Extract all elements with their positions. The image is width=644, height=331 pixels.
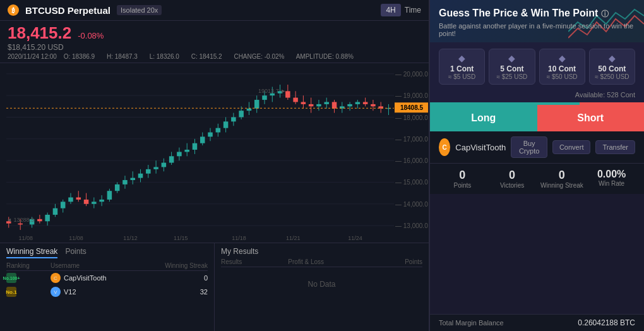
- chart-area: [0, 63, 429, 243]
- rank-icon-1: No.100+: [6, 273, 16, 283]
- isolated-badge: Isolated 20x: [117, 5, 162, 15]
- leaderboard-header: Ranking Username Winning Streak: [6, 261, 208, 271]
- stat-win-rate: 0.00% Win Rate: [588, 169, 635, 189]
- bet-option-4[interactable]: ◆ 50 Cont ≈ $250 USD: [589, 49, 635, 85]
- bottom-section: Winning Streak Points Ranking Username W…: [0, 243, 429, 331]
- left-panel: ₿ BTCUSD Perpetual Isolated 20x 4H Time …: [0, 0, 429, 331]
- streak-1: 0: [157, 274, 208, 282]
- info-icon[interactable]: ⓘ: [601, 9, 609, 18]
- buy-crypto-button[interactable]: Buy Crypto: [511, 136, 547, 158]
- margin-bar: Total Margin Balance 0.26042188 BTC: [430, 314, 644, 331]
- leaderboard-tabs: Winning Streak Points: [6, 247, 208, 258]
- stat-points: 0 Points: [439, 169, 486, 189]
- username-2: V12: [64, 288, 76, 296]
- bet-usd-4: ≈ $250 USD: [593, 73, 631, 80]
- bet-amount-2: 5 Cont: [493, 64, 530, 73]
- diamond-icon-3: ◆: [544, 53, 581, 63]
- my-results-title: My Results: [221, 247, 422, 256]
- game-subtitle: Battle against another player in a five-…: [439, 22, 635, 37]
- stat-victories: 0 Victories: [489, 169, 536, 189]
- col-results: Results: [221, 258, 288, 265]
- rank-2: No.1: [6, 287, 51, 297]
- ohlc-close: C: 18415.2: [191, 53, 227, 60]
- points-value: 0: [439, 169, 486, 182]
- victories-label: Victories: [489, 182, 536, 189]
- game-header: Guess The Price & Win The Point ⓘ Battle…: [430, 0, 644, 42]
- avatar-1: C: [51, 273, 61, 283]
- available-cont: Available: 528 Cont: [430, 91, 644, 102]
- bet-options: ◆ 1 Cont ≈ $5 USD ◆ 5 Cont ≈ $25 USD ◆ 1…: [430, 42, 644, 91]
- streak-2: 32: [157, 288, 208, 296]
- col-streak: Winning Streak: [157, 262, 208, 269]
- leaderboard-row-2: No.1 V V12 32: [6, 285, 208, 299]
- price-value: 18,415.2: [8, 23, 71, 43]
- avatar-2: V: [51, 287, 61, 297]
- bet-option-2[interactable]: ◆ 5 Cont ≈ $25 USD: [489, 49, 535, 85]
- ohlc-bar: 2020/11/24 12:00 O: 18386.9 H: 18487.3 L…: [8, 53, 421, 60]
- right-panel: Guess The Price & Win The Point ⓘ Battle…: [429, 0, 644, 331]
- price-usd: $18,415.20 USD: [8, 43, 421, 52]
- game-title: Guess The Price & Win The Point ⓘ: [439, 8, 635, 20]
- bet-amount-1: 1 Cont: [443, 64, 480, 73]
- ohlc-high: H: 18487.3: [107, 53, 143, 60]
- col-pnl: Profit & Loss: [288, 258, 355, 265]
- margin-label: Total Margin Balance: [439, 319, 504, 327]
- user-1: C CapVisitTooth: [51, 273, 157, 283]
- my-results: My Results Results Profit & Loss Points …: [214, 243, 429, 331]
- diamond-icon-2: ◆: [493, 53, 530, 63]
- no-data-label: No Data: [221, 280, 422, 289]
- bet-option-1[interactable]: ◆ 1 Cont ≈ $5 USD: [439, 49, 485, 85]
- bet-usd-3: ≈ $50 USD: [544, 73, 581, 80]
- stats-row: 0 Points 0 Victories 0 Winning Streak 0.…: [430, 164, 644, 194]
- diamond-icon-4: ◆: [593, 53, 631, 63]
- username-1: CapVisitTooth: [64, 274, 107, 282]
- bet-usd-2: ≈ $25 USD: [493, 73, 530, 80]
- diamond-icon-1: ◆: [443, 53, 480, 63]
- ohlc-low: L: 18326.0: [150, 53, 184, 60]
- col-username: Username: [51, 262, 157, 269]
- bet-option-3[interactable]: ◆ 10 Cont ≈ $50 USD: [539, 49, 585, 85]
- victories-value: 0: [489, 169, 536, 182]
- price-chart: [0, 63, 429, 243]
- top-bar: ₿ BTCUSD Perpetual Isolated 20x 4H Time: [0, 0, 429, 21]
- tab-winning-streak[interactable]: Winning Streak: [6, 247, 57, 258]
- ohlc-open: O: 18386.9: [64, 53, 100, 60]
- leaderboard: Winning Streak Points Ranking Username W…: [0, 243, 214, 331]
- bet-amount-3: 10 Cont: [544, 64, 581, 73]
- win-rate-label: Win Rate: [588, 180, 635, 187]
- price-change: -0.08%: [78, 31, 104, 40]
- price-bar: 18,415.2 -0.08% $18,415.20 USD 2020/11/2…: [0, 21, 429, 63]
- stat-winning-streak: 0 Winning Streak: [539, 169, 586, 189]
- winning-streak-value: 0: [539, 169, 586, 182]
- 4h-button[interactable]: 4H: [381, 4, 400, 16]
- user-avatar-large: C: [439, 138, 450, 156]
- user-actions: C CapVisitTooth Buy Crypto Convert Trans…: [430, 131, 644, 164]
- pair-title: BTCUSD Perpetual: [25, 5, 110, 16]
- rank-icon-2: No.1: [6, 287, 16, 297]
- username-label: CapVisitTooth: [455, 143, 506, 152]
- points-label: Points: [439, 182, 486, 189]
- ohlc-date: 2020/11/24 12:00: [8, 53, 57, 60]
- short-button[interactable]: Short: [537, 105, 645, 131]
- tab-points[interactable]: Points: [65, 247, 86, 258]
- winning-streak-label: Winning Streak: [539, 182, 586, 189]
- leaderboard-row-1: No.100+ C CapVisitTooth 0: [6, 271, 208, 285]
- long-short-buttons: Long Short: [430, 105, 644, 131]
- rank-1: No.100+: [6, 273, 51, 283]
- bet-usd-1: ≈ $5 USD: [443, 73, 480, 80]
- margin-value: 0.26042188 BTC: [578, 318, 635, 327]
- bet-amount-4: 50 Cont: [593, 64, 631, 73]
- time-controls: 4H Time: [381, 4, 421, 16]
- transfer-button[interactable]: Transfer: [595, 140, 635, 154]
- user-2: V V12: [51, 287, 157, 297]
- time-label: Time: [405, 6, 421, 15]
- win-rate-value: 0.00%: [588, 169, 635, 180]
- col-ranking: Ranking: [6, 262, 51, 269]
- col-points: Points: [355, 258, 422, 265]
- convert-button[interactable]: Convert: [552, 140, 591, 154]
- ohlc-amplitude: AMPLITUDE: 0.88%: [296, 53, 359, 60]
- btc-icon: ₿: [8, 4, 19, 16]
- long-button[interactable]: Long: [430, 105, 537, 131]
- ohlc-change: CHANGE: -0.02%: [234, 53, 289, 60]
- results-header: Results Profit & Loss Points: [221, 258, 422, 267]
